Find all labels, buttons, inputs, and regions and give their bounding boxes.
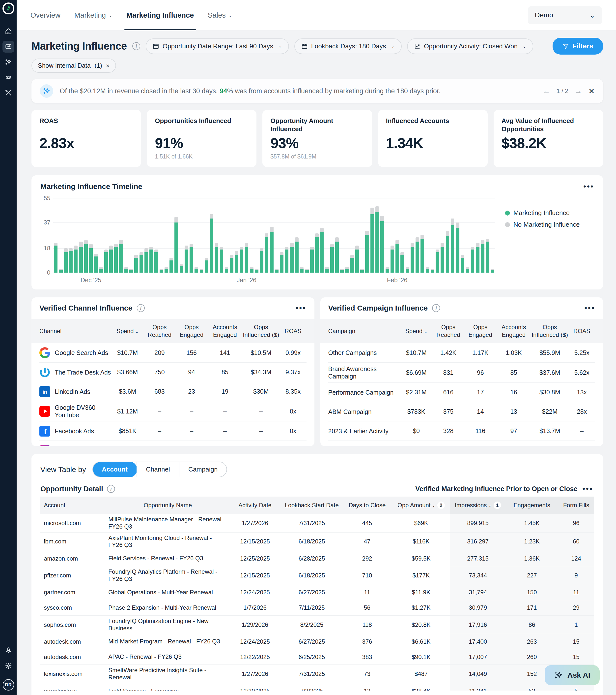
timeline-bar[interactable] xyxy=(255,269,259,273)
timeline-bar[interactable] xyxy=(104,250,108,273)
timeline-bar[interactable] xyxy=(225,267,228,273)
nav-marketing[interactable]: Marketing⌄ xyxy=(74,0,112,30)
toggle-channel[interactable]: Channel xyxy=(137,462,179,477)
timeline-bar[interactable] xyxy=(491,269,494,273)
nav-sales[interactable]: Sales⌄ xyxy=(208,0,232,30)
timeline-bar[interactable] xyxy=(330,244,334,273)
timeline-bar[interactable] xyxy=(164,267,168,273)
timeline-bar[interactable] xyxy=(194,267,198,273)
timeline-bar[interactable] xyxy=(149,247,153,273)
timeline-bar[interactable] xyxy=(134,255,138,273)
timeline-bar[interactable] xyxy=(170,258,173,273)
insight-close-icon[interactable]: ✕ xyxy=(588,87,595,96)
timeline-bar[interactable] xyxy=(154,250,158,273)
column-header-spend[interactable]: Spend⌄ xyxy=(400,327,432,335)
chip-show-internal-data[interactable]: Show Internal Data (1) × xyxy=(32,58,116,73)
workspace-select[interactable]: Demo ⌄ xyxy=(528,6,602,24)
nav-overview[interactable]: Overview xyxy=(31,0,60,30)
toggle-campaign[interactable]: Campaign xyxy=(179,462,227,477)
timeline-bar[interactable] xyxy=(486,239,489,273)
timeline-bar[interactable] xyxy=(220,247,223,273)
more-menu-icon[interactable]: ••• xyxy=(583,182,594,191)
filters-button[interactable]: Filters xyxy=(552,38,603,54)
timeline-bar[interactable] xyxy=(456,222,459,273)
timeline-bar[interactable] xyxy=(235,251,239,273)
timeline-bar[interactable] xyxy=(290,243,293,273)
timeline-bar[interactable] xyxy=(99,267,103,273)
insight-next-arrow-icon[interactable]: → xyxy=(575,87,582,95)
sparkles-icon[interactable] xyxy=(2,56,14,68)
timeline-bar[interactable] xyxy=(340,269,344,273)
legend-no-marketing-influence[interactable]: No Marketing Influence xyxy=(505,221,594,228)
timeline-bar[interactable] xyxy=(180,265,183,273)
ask-ai-button[interactable]: Ask AI xyxy=(545,665,600,685)
timeline-bar[interactable] xyxy=(270,227,273,273)
timeline-bar[interactable] xyxy=(421,235,424,273)
timeline-bar[interactable] xyxy=(280,252,283,273)
more-menu-icon[interactable]: ••• xyxy=(584,304,595,312)
info-icon[interactable]: i xyxy=(107,485,115,493)
timeline-bar[interactable] xyxy=(395,240,399,273)
timeline-bar[interactable] xyxy=(345,267,349,273)
timeline-bar[interactable] xyxy=(335,237,339,273)
insight-prev-arrow-icon[interactable]: ← xyxy=(543,87,550,95)
timeline-bar[interactable] xyxy=(240,247,243,273)
timeline-bar[interactable] xyxy=(205,258,208,273)
timeline-bar[interactable] xyxy=(245,243,248,273)
nav-marketing-influence[interactable]: Marketing Influence xyxy=(126,0,194,30)
timeline-bar[interactable] xyxy=(350,255,354,273)
timeline-bar[interactable] xyxy=(300,267,303,273)
timeline-bar[interactable] xyxy=(416,237,419,273)
timeline-bar[interactable] xyxy=(370,208,374,273)
timeline-bar[interactable] xyxy=(430,269,434,273)
timeline-bar[interactable] xyxy=(129,269,133,273)
timeline-bar[interactable] xyxy=(315,233,319,273)
timeline-bar[interactable] xyxy=(250,267,253,273)
timeline-bar[interactable] xyxy=(144,248,148,273)
timeline-bar[interactable] xyxy=(160,269,163,273)
timeline-bar[interactable] xyxy=(69,248,73,273)
timeline-bar[interactable] xyxy=(215,243,218,273)
sort-chevron-icon[interactable]: ⌄ xyxy=(432,503,435,508)
timeline-bar[interactable] xyxy=(401,252,404,273)
toggle-account[interactable]: Account xyxy=(92,462,137,477)
column-header-spend[interactable]: Spend⌄ xyxy=(111,327,143,335)
timeline-bar[interactable] xyxy=(295,237,299,273)
timeline-bar[interactable] xyxy=(451,219,454,273)
column-header-opp-amount[interactable]: Opp Amount⌄2 xyxy=(392,496,450,514)
sort-chevron-icon[interactable]: ⌄ xyxy=(135,329,139,334)
timeline-bar[interactable] xyxy=(476,243,479,273)
timeline-bar[interactable] xyxy=(446,231,449,273)
timeline-bar[interactable] xyxy=(441,243,444,273)
timeline-bar[interactable] xyxy=(54,243,57,273)
timeline-bar[interactable] xyxy=(210,214,213,273)
more-menu-icon[interactable]: ••• xyxy=(582,485,593,493)
timeline-bar[interactable] xyxy=(174,217,178,273)
timeline-bar[interactable] xyxy=(285,247,288,273)
timeline-bar[interactable] xyxy=(124,267,128,273)
timeline-bar[interactable] xyxy=(84,240,88,273)
timeline-bar[interactable] xyxy=(325,267,329,273)
gear-icon[interactable] xyxy=(2,660,14,672)
close-icon[interactable]: × xyxy=(106,62,109,69)
timeline-bar[interactable] xyxy=(406,267,409,273)
timeline-bar[interactable] xyxy=(59,269,63,273)
timeline-bar[interactable] xyxy=(64,248,68,273)
user-avatar[interactable]: DR xyxy=(3,679,14,691)
brand-logo[interactable]: // xyxy=(2,2,14,14)
filter-opportunity-activity[interactable]: Opportunity Activity: Closed Won⌄ xyxy=(407,38,533,54)
timeline-bar[interactable] xyxy=(426,267,429,273)
timeline-bar[interactable] xyxy=(89,244,93,273)
info-icon[interactable]: i xyxy=(137,304,145,312)
timeline-bar[interactable] xyxy=(190,244,193,273)
rocket-icon[interactable] xyxy=(2,644,14,656)
column-header-impressions[interactable]: Impressions⌄1 xyxy=(450,496,506,514)
legend-marketing-influence[interactable]: Marketing Influence xyxy=(505,209,594,217)
filter-lookback-days[interactable]: Lookback Days: 180 Days⌄ xyxy=(294,38,402,54)
timeline-bar[interactable] xyxy=(365,231,369,273)
more-menu-icon[interactable]: ••• xyxy=(296,304,306,312)
timeline-bar[interactable] xyxy=(200,269,203,273)
info-icon[interactable]: i xyxy=(132,42,140,50)
timeline-bar[interactable] xyxy=(230,255,233,273)
tools-icon[interactable] xyxy=(2,87,14,99)
